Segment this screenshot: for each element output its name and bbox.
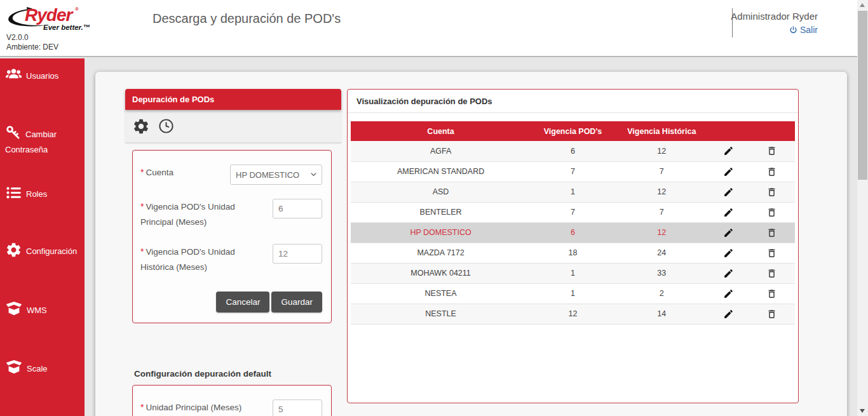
cell-vigencia-pods: 6 xyxy=(531,141,615,161)
sidebar-item-scale[interactable]: Scale xyxy=(0,358,81,379)
sidebar-item-label: Usuarios xyxy=(26,71,58,81)
cell-cuenta: AMERICAN STANDARD xyxy=(351,161,531,182)
logo-registered-mark: ® xyxy=(75,6,79,12)
cell-cuenta: NESTEA xyxy=(351,283,531,304)
users-icon xyxy=(5,66,22,86)
cuenta-select[interactable]: HP DOMESTICO xyxy=(230,164,322,185)
edit-pencil-icon[interactable] xyxy=(723,166,734,177)
vertical-scrollbar[interactable] xyxy=(857,0,868,416)
logo-brand-text: Ryder xyxy=(25,5,72,25)
default-config-form: *Unidad Principal (Meses) xyxy=(132,385,332,416)
edit-pencil-icon[interactable] xyxy=(723,248,734,258)
edit-pencil-icon[interactable] xyxy=(723,187,734,198)
cell-vigencia-historica: 24 xyxy=(615,243,709,263)
vigencia-principal-input[interactable] xyxy=(273,199,322,218)
cancel-button[interactable]: Cancelar xyxy=(216,292,269,312)
delete-trash-icon[interactable] xyxy=(766,145,777,156)
cell-vigencia-pods: 1 xyxy=(531,182,615,202)
sidebar-item-label: Scale xyxy=(27,364,48,373)
cell-cuenta: HP DOMESTICO xyxy=(351,222,531,243)
table-row[interactable]: HP DOMESTICO 6 12 xyxy=(351,222,795,243)
cell-vigencia-pods: 1 xyxy=(531,283,615,304)
ryder-logo: Ryder ® Ever better.™ xyxy=(4,4,118,36)
scrollbar-thumb[interactable] xyxy=(858,11,867,180)
cell-vigencia-historica: 2 xyxy=(615,283,709,304)
delete-trash-icon[interactable] xyxy=(766,309,777,319)
unidad-principal-label: *Unidad Principal (Meses) xyxy=(140,399,268,415)
sidebar-item-configuracion[interactable]: Configuración xyxy=(0,241,81,261)
delete-trash-icon[interactable] xyxy=(766,227,777,238)
cell-vigencia-pods: 1 xyxy=(531,263,615,283)
sidebar: Usuarios Cambiar Contraseña Roles Config… xyxy=(0,58,85,416)
vigencia-historica-label: *Vigencia POD's Unidad Histórica (Meses) xyxy=(140,244,258,275)
logout-button[interactable]: Salir xyxy=(731,25,818,35)
cell-vigencia-historica: 12 xyxy=(615,141,709,161)
cell-vigencia-historica: 33 xyxy=(615,263,709,283)
cell-vigencia-pods: 18 xyxy=(531,243,615,263)
table-body: AGFA 6 12 AMERICAN STANDARD 7 7 xyxy=(351,141,795,324)
clock-icon[interactable] xyxy=(158,117,175,135)
edit-pencil-icon[interactable] xyxy=(723,145,734,156)
cell-vigencia-pods: 7 xyxy=(531,202,615,222)
unidad-principal-input[interactable] xyxy=(273,399,322,416)
cell-cuenta: MOHAWK 04211 xyxy=(351,263,531,283)
cell-vigencia-historica: 12 xyxy=(615,222,709,243)
column-header-vigencia-historica: Vigencia Histórica xyxy=(615,121,709,141)
edit-pencil-icon[interactable] xyxy=(723,207,734,218)
column-header-cuenta: Cuenta xyxy=(351,121,531,141)
sidebar-item-usuarios[interactable]: Usuarios xyxy=(0,66,81,86)
cell-cuenta: BENTELER xyxy=(351,202,531,222)
user-block: Administrador Ryder Salir xyxy=(731,11,818,35)
delete-trash-icon[interactable] xyxy=(766,268,777,279)
table-row[interactable]: AMERICAN STANDARD 7 7 xyxy=(351,161,795,182)
delete-trash-icon[interactable] xyxy=(766,187,777,198)
edit-pencil-icon[interactable] xyxy=(723,268,734,279)
delete-trash-icon[interactable] xyxy=(766,166,777,177)
table-row[interactable]: NESTLE 12 14 xyxy=(351,304,795,324)
app-header: Ryder ® Ever better.™ V2.0.0 Ambiente: D… xyxy=(0,0,868,57)
delete-trash-icon[interactable] xyxy=(766,248,777,258)
cell-vigencia-historica: 7 xyxy=(615,202,709,222)
user-name: Administrador Ryder xyxy=(731,11,818,22)
sidebar-item-cambiar-contrasena[interactable]: Cambiar Contraseña xyxy=(0,124,81,155)
list-icon xyxy=(5,184,22,204)
key-icon xyxy=(5,124,22,144)
edit-pencil-icon[interactable] xyxy=(723,309,734,319)
scroll-up-arrow-icon[interactable] xyxy=(860,3,865,7)
save-button[interactable]: Guardar xyxy=(271,292,322,312)
scroll-down-arrow-icon[interactable] xyxy=(860,409,865,413)
app-version: V2.0.0 xyxy=(6,33,29,42)
delete-trash-icon[interactable] xyxy=(766,288,777,299)
edit-pencil-icon[interactable] xyxy=(723,227,734,238)
column-header-vigencia-pods: Vigencia POD's xyxy=(531,121,615,141)
table-row[interactable]: MAZDA 7172 18 24 xyxy=(351,243,795,263)
visualizacion-panel-title: Visualización depuración de PODs xyxy=(348,90,798,113)
table-row[interactable]: AGFA 6 12 xyxy=(351,141,795,161)
gear-icon[interactable] xyxy=(132,117,150,135)
visualizacion-panel: Visualización depuración de PODs Cuenta … xyxy=(347,89,799,403)
cell-vigencia-historica: 12 xyxy=(615,182,709,202)
table-row[interactable]: BENTELER 7 7 xyxy=(351,202,795,222)
sidebar-item-label: Configuración xyxy=(26,246,77,256)
edit-pencil-icon[interactable] xyxy=(723,288,734,299)
cuenta-label: *Cuenta xyxy=(140,164,230,180)
cell-cuenta: MAZDA 7172 xyxy=(351,243,531,263)
table-row[interactable]: ASD 1 12 xyxy=(351,182,795,202)
app-environment: Ambiente: DEV xyxy=(6,43,58,51)
default-config-title: Configuración depuración default xyxy=(134,369,341,379)
delete-trash-icon[interactable] xyxy=(766,207,777,218)
sidebar-item-roles[interactable]: Roles xyxy=(0,184,81,204)
table-row[interactable]: MOHAWK 04211 1 33 xyxy=(351,263,795,283)
cell-vigencia-historica: 7 xyxy=(615,161,709,182)
column-header-edit xyxy=(709,121,749,141)
pods-table: Cuenta Vigencia POD's Vigencia Histórica… xyxy=(351,121,795,325)
cell-vigencia-pods: 12 xyxy=(531,304,615,324)
vigencia-historica-input[interactable] xyxy=(273,244,322,264)
table-row[interactable]: NESTEA 1 2 xyxy=(351,283,795,304)
depuracion-panel-title: Depuración de PODs xyxy=(125,89,341,110)
depuracion-toolbar xyxy=(125,110,341,143)
power-icon xyxy=(789,25,798,35)
sidebar-item-wms[interactable]: WMS xyxy=(0,300,81,320)
content-card: Depuración de PODs *Cuenta HP DOMESTICO xyxy=(95,72,847,416)
cell-cuenta: AGFA xyxy=(351,141,531,161)
